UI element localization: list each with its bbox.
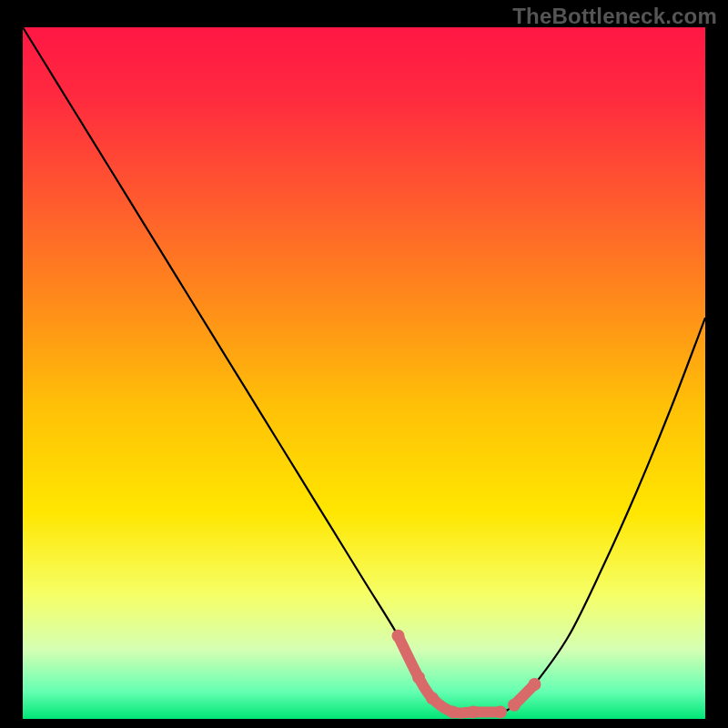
plot-area — [23, 27, 705, 719]
highlight-dot — [392, 630, 405, 642]
highlight-dot — [508, 699, 521, 712]
highlight-dot — [412, 671, 425, 683]
highlight-dot — [529, 678, 541, 691]
chart-svg — [23, 27, 705, 719]
gradient-background — [23, 27, 705, 719]
attribution-label: TheBottleneck.com — [512, 4, 717, 29]
highlight-dot — [467, 705, 480, 718]
highlight-dot — [447, 705, 460, 718]
chart-frame: TheBottleneck.com — [0, 0, 728, 728]
highlight-dot — [426, 692, 439, 704]
highlight-dot — [494, 705, 507, 718]
